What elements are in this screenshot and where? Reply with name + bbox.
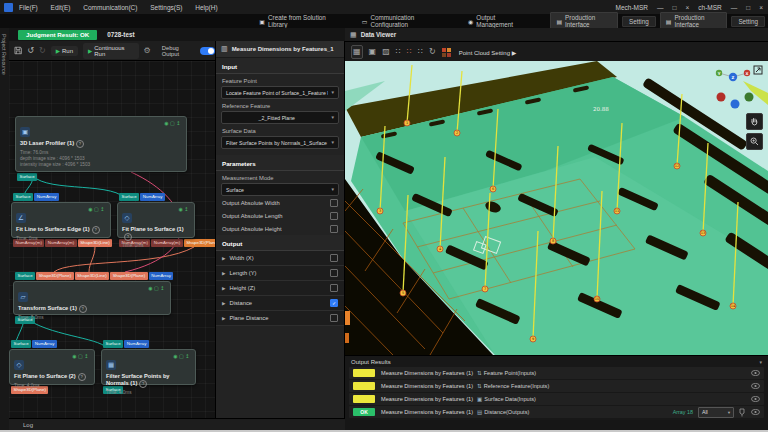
single-view-icon[interactable]: ▣ [369, 46, 377, 58]
output-width-row[interactable]: ▶ Width (X) ✓ [216, 251, 344, 266]
communication-configuration-button[interactable]: ▭ Communication Configuration [362, 14, 446, 28]
visibility-eye-icon[interactable] [751, 383, 760, 389]
output-height-row[interactable]: ▶ Height (Z) ✓ [216, 281, 344, 296]
node-3d-laser-profiler[interactable]: ▣ ◉▢↥ 3D Laser Profiler (1)? Time: 76.0m… [15, 115, 187, 181]
maximize-button-2[interactable]: □ [746, 4, 750, 11]
output-absolute-width-checkbox[interactable]: ✓ [330, 199, 338, 207]
expand-viewport-icon[interactable] [753, 65, 763, 75]
create-from-solution-library-button[interactable]: ▣ Create from Solution Library [259, 14, 339, 28]
redo-icon[interactable]: ↻ [39, 46, 46, 55]
output-absolute-length-row: Output Absolute Length ✓ [216, 209, 344, 222]
solution-library-icon: ▣ [259, 18, 265, 25]
pin-result-icon[interactable] [739, 408, 745, 417]
maximize-button[interactable]: □ [673, 4, 677, 11]
expand-arrow-icon[interactable]: ▶ [222, 271, 225, 276]
project-tab[interactable]: 0728-test [107, 31, 134, 38]
input-ports[interactable]: Surface Shape3D(Plane) Shape3D(Line) Sha… [15, 272, 171, 280]
collapse-icon[interactable]: ▾ [759, 359, 762, 365]
menu-file[interactable]: File(F) [19, 4, 38, 11]
node-graph-canvas[interactable]: ▣ ◉▢↥ 3D Laser Profiler (1)? Time: 76.0m… [9, 61, 215, 418]
point-cloud-setting-icon[interactable] [442, 48, 451, 57]
input-ports[interactable]: Surface NumArray [103, 340, 196, 348]
minimize-button[interactable]: — [657, 4, 664, 11]
input-ports[interactable]: Surface NumArray [119, 193, 195, 201]
project-resource-tab[interactable]: Project Resource [1, 28, 7, 75]
undo-icon[interactable]: ↺ [27, 46, 34, 55]
output-management-button[interactable]: ◉ Output Management [468, 14, 528, 28]
surface-data-select[interactable]: Filter Surface Points by Normals_1_Surfa… [221, 136, 339, 149]
node-fit-line-to-surface-edge[interactable]: Surface NumArray ∠ ◉▢↥ Fit Line to Surfa… [11, 193, 111, 247]
result-row-reference-feature[interactable]: Measure Dimensions by Features (1) ⇅ Ref… [349, 380, 764, 392]
node-transform-surface[interactable]: Surface Shape3D(Plane) Shape3D(Line) Sha… [13, 272, 171, 324]
help-icon[interactable]: ? [139, 380, 147, 388]
image-view-icon[interactable]: ▨ [382, 46, 390, 58]
output-length-row[interactable]: ▶ Length (Y) ✓ [216, 266, 344, 281]
input-ports[interactable]: Surface NumArray [11, 340, 95, 348]
plane-distance-checkbox[interactable]: ✓ [330, 314, 338, 322]
grid-view-icon[interactable]: ▦ [351, 45, 363, 59]
debug-output-toggle[interactable] [200, 47, 215, 55]
svg-text:13: 13 [701, 231, 705, 235]
output-plane-distance-row[interactable]: ▶ Plane Distance ✓ [216, 311, 344, 326]
visibility-eye-icon[interactable] [751, 370, 760, 376]
point-cloud-setting-label[interactable]: Point Cloud Setting ▶ [459, 49, 517, 56]
menu-settings[interactable]: Settings(S) [150, 4, 182, 11]
visibility-eye-icon[interactable] [751, 409, 760, 415]
result-row-distance[interactable]: OK Measure Dimensions by Features (1) ▤ … [349, 406, 764, 418]
pan-tool-button[interactable] [746, 113, 763, 130]
refresh-view-icon[interactable]: ↻ [429, 46, 436, 58]
close-button[interactable]: × [685, 4, 689, 11]
color-swatch [353, 369, 375, 377]
expand-arrow-icon[interactable]: ▶ [222, 256, 225, 261]
output-distance-row[interactable]: ▶ Distance ✓ [216, 296, 344, 311]
result-row-surface-data[interactable]: Measure Dimensions by Features (1) ▣ Sur… [349, 393, 764, 405]
menu-edit[interactable]: Edit(E) [51, 4, 71, 11]
step-title: Measure Dimensions by Features_1 [232, 46, 334, 52]
setting-button-2[interactable]: Setting [731, 16, 765, 27]
measurement-mode-select[interactable]: Surface▼ [221, 183, 339, 196]
expand-arrow-icon[interactable]: ▶ [222, 286, 225, 291]
output-absolute-height-checkbox[interactable]: ✓ [330, 225, 338, 233]
output-absolute-length-checkbox[interactable]: ✓ [330, 212, 338, 220]
help-icon[interactable]: ? [76, 140, 84, 148]
point-cloud-viewport[interactable]: 1234567891011121314 20.88 Z Y X [345, 61, 768, 355]
expand-arrow-icon[interactable]: ▶ [222, 316, 225, 321]
point-cloud-canvas[interactable]: 1234567891011121314 20.88 Z Y X [345, 61, 768, 355]
width-checkbox[interactable]: ✓ [330, 254, 338, 262]
output-results-header[interactable]: Output Results ▾ [345, 356, 768, 367]
dots-grid-icon[interactable]: ∷ [396, 46, 401, 58]
menu-communication[interactable]: Communication(C) [83, 4, 137, 11]
reference-feature-select[interactable]: _2_Fitted Plane▼ [221, 111, 339, 124]
minimize-button-2[interactable]: — [731, 4, 738, 11]
length-checkbox[interactable]: ✓ [330, 269, 338, 277]
run-button[interactable]: ▶ Run [51, 46, 78, 56]
zoom-tool-button[interactable] [746, 133, 763, 150]
save-icon[interactable] [14, 46, 22, 55]
input-ports[interactable]: Surface NumArray [13, 193, 111, 201]
help-icon[interactable]: ? [92, 226, 100, 234]
data-viewer-panel: ▦ Data Viewer ▦ ▣ ▨ ∷ ∷ ∷ ↻ Point Cloud … [345, 28, 768, 430]
run-settings-gear-icon[interactable]: ⚙ [144, 46, 151, 55]
node-filter-surface-points-by-normals[interactable]: Surface NumArray ▦ ◉▢↥ Filter Surface Po… [101, 340, 196, 394]
menu-help[interactable]: Help(H) [195, 4, 217, 11]
array-filter-select[interactable]: All▼ [698, 407, 734, 418]
production-interface-icon: ▤ [556, 18, 562, 25]
help-icon[interactable]: ? [79, 305, 87, 313]
setting-button[interactable]: Setting [622, 16, 656, 27]
app-logo-icon [4, 3, 13, 12]
help-icon[interactable]: ? [124, 233, 132, 241]
dots-grid-2-icon[interactable]: ∷ [418, 46, 423, 58]
color-dots-icon[interactable]: ∷ [407, 46, 412, 58]
help-icon[interactable]: ? [78, 373, 86, 381]
visibility-eye-icon[interactable] [751, 396, 760, 402]
distance-checkbox[interactable]: ✓ [330, 299, 338, 307]
continuous-run-button[interactable]: ▶ Continuous Run [83, 43, 139, 59]
output-ports[interactable]: Surface [17, 173, 187, 181]
close-button-2[interactable]: × [759, 4, 763, 11]
result-row-feature-point[interactable]: Measure Dimensions by Features (1) ⇅ Fea… [349, 367, 764, 379]
node-fit-plane-to-surface-2[interactable]: Surface NumArray ◇ ◉▢↥ Fit Plane to Surf… [9, 340, 95, 394]
expand-arrow-icon[interactable]: ▶ [222, 301, 225, 306]
height-checkbox[interactable]: ✓ [330, 284, 338, 292]
node-fit-plane-to-surface-1[interactable]: Surface NumArray ◇ ◉↥ Fit Plane to Surfa… [117, 193, 195, 247]
feature-point-select[interactable]: Locate Feature Point of Surface_1_Featur… [221, 86, 339, 99]
